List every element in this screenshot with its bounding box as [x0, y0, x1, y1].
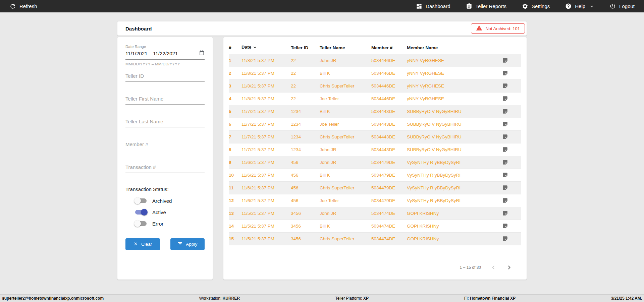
cell-teller-name: Chris SuperTeller	[320, 232, 371, 245]
cell-num: 5	[229, 105, 241, 118]
status-toggle-active[interactable]: Active	[125, 208, 205, 216]
warning-icon	[476, 25, 482, 32]
cell-num: 6	[229, 118, 241, 130]
toggle-switch[interactable]	[135, 221, 147, 226]
cell-teller-id: 22	[291, 67, 320, 79]
transaction-status-label: Transaction Status:	[125, 186, 205, 192]
cell-num: 10	[229, 169, 241, 181]
cell-member-num: 5034446DE	[371, 92, 407, 105]
top-navigation-bar: Refresh Dashboard Teller Reports Setting…	[0, 0, 644, 12]
note-icon[interactable]	[491, 181, 521, 194]
note-icon[interactable]	[491, 79, 521, 92]
table-row[interactable]: 911/6/21 5:37 PM456John JR5034479DEVySyN…	[229, 156, 521, 169]
status-toggle-archived[interactable]: Archived	[125, 197, 205, 205]
date-range-value: 11/1/2021 – 11/22/2021	[125, 51, 178, 56]
cell-date: 11/8/21 5:37 PM	[241, 92, 291, 105]
note-icon[interactable]	[491, 232, 521, 245]
fi-info: FI: Hometown Financial XP	[464, 296, 516, 301]
content-area: Dashboard Not Archived: 101 Date Range 1…	[117, 21, 527, 280]
table-row[interactable]: 311/8/21 5:37 PM22Chris SuperTeller50344…	[229, 79, 521, 92]
table-row[interactable]: 211/8/21 5:37 PM22Bill K5034446DEyNNY Vy…	[229, 67, 521, 79]
cell-member-num: 5034443DE	[371, 105, 407, 118]
note-icon[interactable]	[491, 207, 521, 220]
cell-member-num: 5034474DE	[371, 220, 407, 232]
col-header-num: #	[229, 42, 241, 54]
toggle-switch[interactable]	[135, 198, 147, 203]
note-icon[interactable]	[491, 118, 521, 130]
note-icon[interactable]	[491, 92, 521, 105]
fi-value: Hometown Financial XP	[470, 296, 516, 301]
teller-first-name-input[interactable]	[125, 94, 205, 105]
platform-value: XP	[363, 296, 369, 301]
col-header-teller-name: Teller Name	[320, 42, 371, 54]
table-row[interactable]: 411/8/21 5:37 PM22Joe Teller5034446DEyNN…	[229, 92, 521, 105]
cell-member-num: 5034479DE	[371, 181, 407, 194]
note-icon[interactable]	[491, 130, 521, 143]
note-icon[interactable]	[491, 54, 521, 67]
refresh-button[interactable]: Refresh	[9, 3, 37, 10]
table-row[interactable]: 1511/5/21 5:37 PM3456Chris SuperTeller50…	[229, 232, 521, 245]
note-icon[interactable]	[491, 220, 521, 232]
cell-num: 11	[229, 181, 241, 194]
col-header-date[interactable]: Date	[241, 42, 291, 54]
cell-member-name: SUBByRyO V NyGyBHIRU	[407, 143, 491, 156]
note-icon[interactable]	[491, 143, 521, 156]
nav-help[interactable]: Help	[565, 3, 594, 9]
toggle-switch[interactable]	[135, 210, 147, 215]
date-range-label: Date Range	[125, 45, 205, 49]
pagination: 1 – 15 of 30	[460, 264, 513, 271]
cell-member-num: 5034443DE	[371, 118, 407, 130]
cell-teller-id: 1234	[291, 143, 320, 156]
nav-logout[interactable]: Logout	[609, 3, 635, 9]
member-number-input[interactable]	[125, 140, 205, 150]
not-archived-badge[interactable]: Not Archived: 101	[471, 23, 525, 34]
table-row[interactable]: 511/7/21 5:37 PM1234Bill K5034443DESUBBy…	[229, 105, 521, 118]
nav-settings[interactable]: Settings	[522, 3, 550, 9]
table-row[interactable]: 111/8/21 5:37 PM22John JR5034446DEyNNY V…	[229, 54, 521, 67]
cell-teller-name: Chris SuperTeller	[320, 181, 371, 194]
toggle-label: Archived	[152, 198, 172, 204]
note-icon[interactable]	[491, 156, 521, 169]
cell-member-num: 5034479DE	[371, 169, 407, 181]
power-icon	[609, 3, 616, 9]
cell-teller-id: 456	[291, 181, 320, 194]
teller-id-input[interactable]	[125, 71, 205, 82]
note-icon[interactable]	[491, 194, 521, 207]
transaction-number-input[interactable]	[125, 163, 205, 173]
table-row[interactable]: 1211/6/21 5:37 PM456Joe Teller5034479DEV…	[229, 194, 521, 207]
nav-teller-reports[interactable]: Teller Reports	[466, 3, 507, 9]
top-nav-items: Dashboard Teller Reports Settings Help	[416, 3, 635, 9]
status-toggle-error[interactable]: Error	[125, 220, 205, 228]
table-row[interactable]: 1011/6/21 5:37 PM456Bill K5034479DEVySyN…	[229, 169, 521, 181]
current-timestamp: 3/21/25 1:42 AM.	[611, 296, 642, 301]
note-icon[interactable]	[491, 105, 521, 118]
table-row[interactable]: 711/7/21 5:37 PM1234Chris SuperTeller503…	[229, 130, 521, 143]
table-row[interactable]: 1111/6/21 5:37 PM456Chris SuperTeller503…	[229, 181, 521, 194]
teller-last-name-input[interactable]	[125, 117, 205, 127]
cell-num: 13	[229, 207, 241, 220]
cell-num: 4	[229, 92, 241, 105]
cell-member-name: GOPI KRISHNy	[407, 207, 491, 220]
table-row[interactable]: 611/7/21 5:37 PM1234Joe Teller5034443DES…	[229, 118, 521, 130]
clear-button[interactable]: Clear	[125, 238, 160, 250]
cell-member-name: yNNY VyRGHESE	[407, 67, 491, 79]
date-range-field[interactable]: 11/1/2021 – 11/22/2021	[125, 49, 205, 60]
apply-button[interactable]: Apply	[170, 238, 205, 250]
previous-page-button[interactable]	[490, 264, 497, 271]
cell-teller-name: Joe Teller	[320, 118, 371, 130]
note-icon[interactable]	[491, 67, 521, 79]
table-row[interactable]: 1411/5/21 5:37 PM3456Bill K5034474DEGOPI…	[229, 220, 521, 232]
table-row[interactable]: 1311/5/21 5:37 PM3456John JR5034474DEGOP…	[229, 207, 521, 220]
next-page-button[interactable]	[506, 264, 513, 271]
toggle-label: Active	[152, 209, 166, 215]
cell-date: 11/7/21 5:37 PM	[241, 105, 291, 118]
cell-teller-name: John JR	[320, 156, 371, 169]
note-icon[interactable]	[491, 169, 521, 181]
cell-member-name: VySyNTHy R yBByDySyRI	[407, 194, 491, 207]
cell-date: 11/6/21 5:37 PM	[241, 156, 291, 169]
calendar-icon[interactable]	[199, 50, 205, 57]
sort-desc-icon	[252, 46, 258, 51]
table-row[interactable]: 811/7/21 5:37 PM1234John JR5034443DESUBB…	[229, 143, 521, 156]
nav-dashboard[interactable]: Dashboard	[416, 3, 450, 9]
cell-teller-id: 456	[291, 169, 320, 181]
